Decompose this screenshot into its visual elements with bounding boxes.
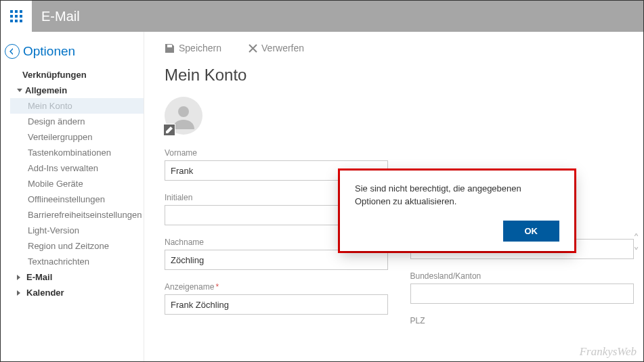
discard-icon — [249, 44, 257, 53]
svg-rect-4 — [15, 15, 18, 18]
svg-rect-5 — [20, 15, 22, 18]
options-title: Optionen — [23, 44, 75, 59]
label-plz: PLZ — [410, 316, 636, 325]
save-icon — [165, 43, 175, 53]
back-to-mail-button[interactable]: Optionen — [1, 39, 144, 67]
nav-item-textmsg[interactable]: Textnachrichten — [10, 254, 144, 269]
waffle-icon — [10, 10, 22, 22]
app-title: E-Mail — [41, 9, 80, 24]
nav-section-shortcuts[interactable]: Verknüpfungen — [10, 67, 144, 83]
options-sidebar: Optionen Verknüpfungen Allgemein Mein Ko… — [1, 32, 144, 361]
scroll-up-button[interactable]: ˄ — [633, 235, 639, 243]
error-dialog: Sie sind nicht berechtigt, die angegeben… — [340, 171, 574, 251]
svg-point-9 — [178, 106, 189, 117]
svg-rect-6 — [10, 20, 13, 22]
discard-label: Verwerfen — [261, 43, 304, 53]
avatar-edit-button[interactable] — [163, 124, 175, 136]
toolbar: Speichern Verwerfen — [165, 43, 635, 53]
dialog-ok-button[interactable]: OK — [503, 221, 560, 242]
save-label: Speichern — [179, 43, 221, 53]
nav-item-theme[interactable]: Design ändern — [10, 114, 144, 129]
svg-rect-7 — [15, 20, 18, 22]
svg-rect-2 — [20, 10, 22, 13]
required-mark: * — [215, 282, 219, 292]
caret-down-icon — [17, 89, 22, 92]
caret-right-icon — [17, 275, 23, 280]
nav-item-region[interactable]: Region und Zeitzone — [10, 238, 144, 254]
page-title: Mein Konto — [165, 66, 635, 85]
input-bundesland[interactable] — [410, 284, 634, 304]
error-message: Sie sind nicht berechtigt, die angegeben… — [355, 183, 559, 208]
svg-rect-1 — [15, 10, 18, 13]
app-header: E-Mail — [1, 1, 643, 32]
avatar-container — [165, 97, 202, 135]
caret-right-icon — [17, 290, 23, 296]
nav-item-light[interactable]: Light-Version — [10, 223, 144, 238]
pencil-icon — [166, 127, 173, 133]
error-dialog-highlight: Sie sind nicht berechtigt, die angegeben… — [338, 168, 576, 253]
label-vorname: Vorname — [165, 148, 390, 158]
nav-item-addins[interactable]: Add-Ins verwalten — [10, 160, 144, 176]
nav-item-my-account[interactable]: Mein Konto — [10, 98, 144, 114]
label-anzeigename: Anzeigename* — [165, 282, 390, 292]
input-anzeigename[interactable] — [165, 294, 388, 315]
nav-item-distlists[interactable]: Verteilergruppen — [10, 129, 144, 145]
nav-section-general[interactable]: Allgemein — [10, 83, 144, 98]
discard-button[interactable]: Verwerfen — [249, 43, 304, 53]
nav-section-calendar[interactable]: Kalender — [10, 285, 144, 300]
nav-section-email[interactable]: E-Mail — [10, 269, 144, 285]
save-button[interactable]: Speichern — [165, 43, 221, 53]
watermark: FrankysWeb — [580, 345, 637, 359]
svg-rect-0 — [10, 10, 13, 13]
nav-item-accessibility[interactable]: Barrierefreiheitseinstellungen — [10, 207, 144, 223]
label-bundesland: Bundesland/Kanton — [410, 271, 636, 281]
scroll-spin: ˄ ˅ — [633, 235, 639, 256]
scroll-down-button[interactable]: ˅ — [633, 248, 639, 256]
nav-item-offline[interactable]: Offlineeinstellungen — [10, 191, 144, 207]
nav-item-shortcuts[interactable]: Tastenkombinationen — [10, 145, 144, 160]
app-launcher-button[interactable] — [1, 1, 32, 32]
svg-rect-8 — [20, 20, 22, 22]
back-arrow-icon — [5, 44, 20, 59]
nav-item-mobile[interactable]: Mobile Geräte — [10, 176, 144, 191]
svg-rect-3 — [10, 15, 13, 18]
